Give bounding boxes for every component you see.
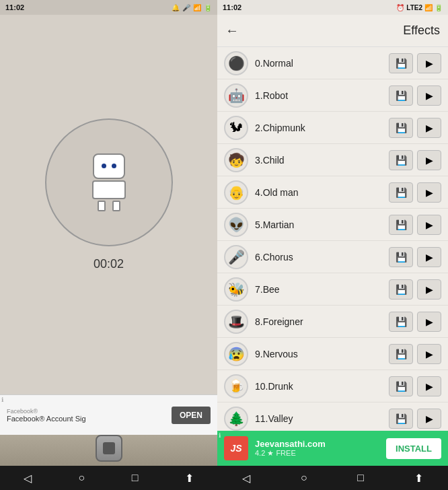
back-nav-left[interactable]: ◁ [24,472,32,485]
effect-item: 🍺10.Drunk💾▶ [217,370,448,403]
ad-info-left: Facebook® Facebook® Account Sig [7,408,165,423]
effect-thumbnail: 🐿 [224,116,248,140]
play-effect-button[interactable]: ▶ [417,215,441,235]
record-circle [45,118,173,246]
up-nav-right[interactable]: ⬆ [414,472,423,485]
save-effect-button[interactable]: 💾 [389,85,413,106]
play-effect-button[interactable]: ▶ [417,312,441,332]
stop-icon [103,442,115,454]
robot-leg-left [98,201,106,211]
effect-name: 9.Nervous [255,349,385,359]
robot-mascot [92,153,126,211]
open-button[interactable]: OPEN [172,407,211,424]
nav-bar-left: ◁ ○ □ ⬆ [0,466,217,490]
stop-button[interactable] [96,435,122,462]
status-icons-left: 🔔 🎤 📶 🔋 [172,4,212,11]
recorder-area: 00:02 [0,15,217,394]
save-effect-button[interactable]: 💾 [389,344,413,364]
effect-item: 🐝7.Bee💾▶ [217,273,448,306]
ad-title-right: Jeevansathi.com [255,439,379,449]
effect-item: 🎤6.Chorus💾▶ [217,241,448,273]
robot-eyes [102,164,116,168]
play-effect-button[interactable]: ▶ [417,409,441,429]
battery-right-icon: 🔋 [435,4,443,11]
play-effect-button[interactable]: ▶ [417,118,441,138]
nav-bar-right: ◁ ○ □ ⬆ [217,466,448,490]
left-panel: 11:02 🔔 🎤 📶 🔋 [0,0,217,490]
effect-item: 🤖1.Robot💾▶ [217,79,448,112]
robot-head [93,153,125,179]
save-effect-button[interactable]: 💾 [389,376,413,396]
ad-banner-right[interactable]: ℹ JS Jeevansathi.com 4.2 ★ FREE INSTALL [217,431,448,466]
robot-leg-right [112,201,120,211]
save-effect-button[interactable]: 💾 [389,215,413,235]
save-effect-button[interactable]: 💾 [389,409,413,429]
ad-close-left[interactable]: ℹ [0,395,5,405]
save-effect-button[interactable]: 💾 [389,118,413,138]
back-button[interactable]: ← [225,23,239,38]
ad-rating: 4.2 ★ FREE [255,449,379,458]
notification-icon: 🔔 [172,4,180,11]
home-nav-right[interactable]: ○ [301,472,307,484]
ad-text-left: Facebook® Account Sig [7,415,165,423]
effect-thumbnail: 🧒 [224,148,248,172]
ad-label-left: Facebook® [7,408,165,415]
back-nav-right[interactable]: ◁ [242,472,250,485]
lte-icon: LTE2 [406,4,422,11]
effects-list: ⚫0.Normal💾▶🤖1.Robot💾▶🐿2.Chipmunk💾▶🧒3.Chi… [217,47,448,431]
effect-name: 2.Chipmunk [255,123,385,133]
save-effect-button[interactable]: 💾 [389,53,413,73]
effect-thumbnail: 😰 [224,342,248,366]
effect-thumbnail: 🌲 [224,407,248,431]
battery-icon: 🔋 [204,4,212,11]
status-bar-right: 11:02 ⏰ LTE2 📶 🔋 [217,0,448,15]
robot-eye-right [112,164,116,168]
effect-thumbnail: 🎩 [224,310,248,334]
time-right: 11:02 [223,3,241,11]
effect-name: 7.Bee [255,284,385,295]
ad-info-right: Jeevansathi.com 4.2 ★ FREE [255,439,379,458]
install-button[interactable]: INSTALL [386,438,441,459]
recents-nav-right[interactable]: □ [357,472,364,484]
home-nav-left[interactable]: ○ [78,472,85,484]
effect-item: ⚫0.Normal💾▶ [217,47,448,79]
play-effect-button[interactable]: ▶ [417,279,441,300]
effect-name: 1.Robot [255,90,385,101]
play-effect-button[interactable]: ▶ [417,247,441,267]
effect-name: 3.Child [255,155,385,166]
save-effect-button[interactable]: 💾 [389,150,413,170]
play-effect-button[interactable]: ▶ [417,53,441,73]
effect-name: 8.Foreigner [255,316,385,327]
play-effect-button[interactable]: ▶ [417,344,441,364]
up-nav-left[interactable]: ⬆ [185,472,194,485]
effect-name: 6.Chorus [255,252,385,262]
signal-icon: 📶 [193,4,201,11]
time-left: 11:02 [5,3,24,11]
status-icons-right: ⏰ LTE2 📶 🔋 [396,4,443,11]
save-effect-button[interactable]: 💾 [389,279,413,300]
jeevansathi-logo: JS [224,436,248,460]
save-effect-button[interactable]: 💾 [389,182,413,203]
ad-close-right[interactable]: ℹ [217,431,222,440]
effect-thumbnail: 👽 [224,213,248,237]
effect-item: 🌲11.Valley💾▶ [217,403,448,431]
effect-item: 🐿2.Chipmunk💾▶ [217,112,448,144]
save-effect-button[interactable]: 💾 [389,247,413,267]
effect-item: 👴4.Old man💾▶ [217,176,448,209]
play-effect-button[interactable]: ▶ [417,182,441,203]
effect-thumbnail: 🍺 [224,374,248,398]
alarm-icon: ⏰ [396,4,404,11]
bottom-bar-left: ◁ ○ □ ⬆ [0,435,217,490]
effect-name: 5.Martian [255,219,385,230]
play-effect-button[interactable]: ▶ [417,85,441,106]
effect-thumbnail: 🤖 [224,83,248,108]
effect-thumbnail: 🐝 [224,277,248,302]
recents-nav-left[interactable]: □ [132,472,139,484]
effect-name: 0.Normal [255,58,385,69]
save-effect-button[interactable]: 💾 [389,312,413,332]
right-panel: 11:02 ⏰ LTE2 📶 🔋 ← Effects ⚫0.Normal💾▶🤖1… [217,0,448,490]
robot-torso [92,180,126,199]
effect-name: 11.Valley [255,413,385,424]
play-effect-button[interactable]: ▶ [417,150,441,170]
play-effect-button[interactable]: ▶ [417,376,441,396]
